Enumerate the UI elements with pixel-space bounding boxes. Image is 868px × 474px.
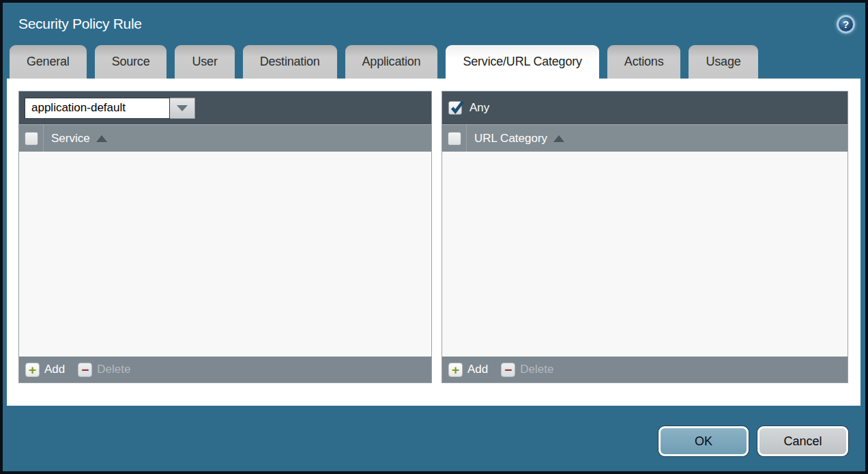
url-category-add-button[interactable]: + Add bbox=[448, 363, 488, 377]
service-type-dropdown-button[interactable] bbox=[170, 98, 195, 119]
service-delete-button[interactable]: − Delete bbox=[78, 363, 130, 377]
ok-button[interactable]: OK bbox=[659, 426, 749, 456]
service-type-dropdown-value[interactable]: application-default bbox=[25, 98, 170, 119]
dialog-footer: OK Cancel bbox=[3, 406, 865, 471]
service-select-all-cell bbox=[19, 125, 44, 152]
url-category-column-label-wrap: URL Category bbox=[467, 132, 564, 145]
service-type-dropdown: application-default bbox=[25, 98, 195, 119]
any-checkbox-row: Any bbox=[448, 101, 489, 115]
service-delete-label: Delete bbox=[97, 363, 130, 376]
dialog-title: Security Policy Rule bbox=[18, 16, 142, 32]
minus-icon: − bbox=[78, 363, 92, 377]
service-panel: application-default Service + bbox=[18, 91, 432, 383]
tab-user[interactable]: User bbox=[175, 45, 234, 79]
url-category-column-header[interactable]: URL Category bbox=[442, 124, 848, 152]
tab-usage[interactable]: Usage bbox=[689, 45, 757, 79]
tab-source[interactable]: Source bbox=[95, 45, 167, 79]
tab-service-url-category[interactable]: Service/URL Category bbox=[446, 45, 598, 79]
tab-general[interactable]: General bbox=[10, 45, 87, 79]
service-column-label-wrap: Service bbox=[44, 132, 107, 145]
service-panel-header: application-default bbox=[19, 92, 431, 124]
minus-icon: − bbox=[501, 363, 515, 377]
tab-destination[interactable]: Destination bbox=[243, 45, 337, 79]
url-category-toolbar: + Add − Delete bbox=[442, 357, 848, 382]
url-category-delete-button[interactable]: − Delete bbox=[501, 363, 553, 377]
any-checkbox-label: Any bbox=[469, 101, 489, 115]
service-add-label: Add bbox=[44, 363, 65, 376]
tab-actions[interactable]: Actions bbox=[607, 45, 681, 79]
url-category-add-label: Add bbox=[467, 363, 488, 376]
url-category-panel-header: Any bbox=[442, 92, 848, 124]
url-category-select-all-checkbox[interactable] bbox=[448, 132, 461, 145]
sort-ascending-icon bbox=[553, 135, 564, 142]
plus-icon: + bbox=[448, 363, 463, 377]
tab-bar: General Source User Destination Applicat… bbox=[3, 45, 865, 79]
url-category-column-label: URL Category bbox=[474, 132, 547, 145]
chevron-down-icon bbox=[177, 105, 188, 111]
url-category-panel: Any URL Category + Add − bbox=[442, 91, 848, 383]
service-toolbar: + Add − Delete bbox=[19, 357, 431, 382]
plus-icon: + bbox=[25, 363, 40, 377]
title-bar: Security Policy Rule ? bbox=[3, 3, 865, 45]
service-column-label: Service bbox=[51, 132, 90, 145]
checkmark-icon bbox=[450, 100, 465, 115]
tab-content: application-default Service + bbox=[7, 79, 860, 406]
url-category-delete-label: Delete bbox=[520, 363, 553, 376]
any-checkbox[interactable] bbox=[448, 101, 462, 115]
service-add-button[interactable]: + Add bbox=[25, 363, 65, 377]
service-list bbox=[19, 152, 431, 357]
help-icon[interactable]: ? bbox=[837, 15, 855, 33]
sort-ascending-icon bbox=[96, 135, 107, 142]
url-category-list bbox=[442, 152, 848, 357]
cancel-button[interactable]: Cancel bbox=[757, 426, 848, 456]
tab-application[interactable]: Application bbox=[345, 45, 438, 79]
service-column-header[interactable]: Service bbox=[19, 124, 431, 152]
service-select-all-checkbox[interactable] bbox=[25, 132, 38, 145]
security-policy-rule-dialog: Security Policy Rule ? General Source Us… bbox=[0, 0, 868, 474]
url-category-select-all-cell bbox=[442, 125, 467, 152]
